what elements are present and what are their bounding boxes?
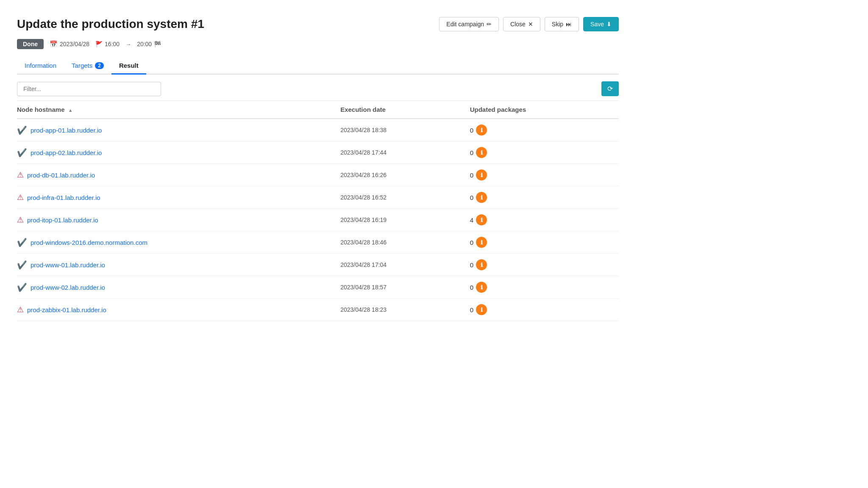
close-icon: ✕ [528,21,533,28]
pkg-count: 0 [470,284,473,291]
table-row: ✔️prod-app-01.lab.rudder.io2023/04/28 18… [17,119,619,141]
tab-targets-label: Targets [72,62,92,69]
table-row: ⚠prod-zabbix-01.lab.rudder.io2023/04/28 … [17,299,619,321]
pkg-badge: ℹ [476,169,487,180]
node-hostname-cell: ✔️prod-app-02.lab.rudder.io [17,141,336,164]
table-row: ⚠prod-itop-01.lab.rudder.io2023/04/28 16… [17,209,619,231]
status-warn-icon: ⚠ [17,215,24,225]
tab-targets[interactable]: Targets 2 [64,58,111,75]
execution-date-cell: 2023/04/28 18:23 [336,299,466,321]
tab-information[interactable]: Information [17,58,64,75]
date-meta: 📅 2023/04/28 [50,40,89,48]
tab-result-label: Result [119,62,139,69]
node-hostname-link[interactable]: prod-app-01.lab.rudder.io [31,127,102,134]
node-hostname-cell: ⚠prod-infra-01.lab.rudder.io [17,186,336,209]
pkg-count: 4 [470,216,473,224]
time-start-meta: 🚩 16:00 [95,41,120,47]
node-hostname-link[interactable]: prod-zabbix-01.lab.rudder.io [27,306,106,313]
table-row: ⚠prod-infra-01.lab.rudder.io2023/04/28 1… [17,186,619,209]
edit-icon: ✏ [487,21,492,28]
node-hostname-cell: ✔️prod-www-01.lab.rudder.io [17,254,336,276]
col-node-hostname-label: Node hostname [17,106,65,113]
node-hostname-cell: ⚠prod-itop-01.lab.rudder.io [17,209,336,231]
node-hostname-link[interactable]: prod-www-02.lab.rudder.io [31,284,105,291]
node-hostname-link[interactable]: prod-www-01.lab.rudder.io [31,261,105,269]
pkg-count: 0 [470,172,473,179]
table-row: ✔️prod-app-02.lab.rudder.io2023/04/28 17… [17,141,619,164]
status-warn-icon: ⚠ [17,170,24,180]
tab-information-label: Information [25,62,56,69]
table-header-row: Node hostname ▲ Execution date Updated p… [17,101,619,119]
sort-asc-icon: ▲ [68,108,73,113]
node-hostname-link[interactable]: prod-itop-01.lab.rudder.io [27,216,98,224]
node-hostname-link[interactable]: prod-windows-2016.demo.normation.com [31,239,147,246]
skip-button[interactable]: Skip ⏭ [545,17,579,31]
col-execution-date: Execution date [336,101,466,119]
skip-forward-icon: ⏭ [566,21,572,28]
status-ok-icon: ✔️ [17,125,27,135]
refresh-button[interactable]: ⟳ [601,81,619,96]
pkg-badge: ℹ [476,192,487,203]
table-row: ✔️prod-windows-2016.demo.normation.com20… [17,231,619,254]
node-hostname-cell: ⚠prod-zabbix-01.lab.rudder.io [17,299,336,321]
node-hostname-link[interactable]: prod-infra-01.lab.rudder.io [27,194,100,201]
tab-bar: Information Targets 2 Result [17,58,619,75]
node-hostname-cell: ✔️prod-windows-2016.demo.normation.com [17,231,336,254]
pkg-count: 0 [470,127,473,134]
save-label: Save [590,21,604,28]
tab-targets-badge: 2 [95,62,104,69]
col-node-hostname: Node hostname ▲ [17,101,336,119]
col-execution-date-label: Execution date [340,106,386,113]
time-end-meta: 20:00 🏁 [137,41,161,47]
page-title: Update the production system #1 [17,17,204,31]
execution-date-cell: 2023/04/28 18:57 [336,276,466,299]
date-value: 2023/04/28 [60,41,89,47]
execution-date-cell: 2023/04/28 18:38 [336,119,466,141]
node-hostname-link[interactable]: prod-db-01.lab.rudder.io [27,172,95,179]
close-label: Close [510,21,526,28]
pkg-badge: ℹ [476,259,487,270]
filter-input[interactable] [17,82,161,96]
arrow-icon: → [125,41,131,47]
results-table: Node hostname ▲ Execution date Updated p… [17,101,619,321]
edit-campaign-button[interactable]: Edit campaign ✏ [439,17,499,31]
pkg-count: 0 [470,194,473,201]
node-hostname-cell: ⚠prod-db-01.lab.rudder.io [17,164,336,186]
pkg-badge: ℹ [476,304,487,315]
pkg-badge: ℹ [476,237,487,248]
execution-date-cell: 2023/04/28 17:44 [336,141,466,164]
pkg-count: 0 [470,306,473,313]
pkg-count: 0 [470,239,473,246]
calendar-icon: 📅 [50,40,58,48]
updated-packages-cell: 0ℹ [466,141,619,164]
execution-date-cell: 2023/04/28 16:19 [336,209,466,231]
status-ok-icon: ✔️ [17,260,27,270]
status-ok-icon: ✔️ [17,283,27,292]
execution-date-cell: 2023/04/28 17:04 [336,254,466,276]
arrow-meta: → [125,41,131,47]
status-ok-icon: ✔️ [17,148,27,158]
pkg-badge: ℹ [476,147,487,158]
updated-packages-cell: 0ℹ [466,299,619,321]
table-row: ✔️prod-www-02.lab.rudder.io2023/04/28 18… [17,276,619,299]
edit-campaign-label: Edit campaign [446,21,484,28]
col-updated-packages-label: Updated packages [470,106,526,113]
updated-packages-cell: 0ℹ [466,119,619,141]
time-start-value: 16:00 [105,41,120,47]
pkg-badge: ℹ [476,282,487,293]
node-hostname-cell: ✔️prod-www-02.lab.rudder.io [17,276,336,299]
status-badge: Done [17,39,44,49]
close-button[interactable]: Close ✕ [503,17,540,31]
node-hostname-cell: ✔️prod-app-01.lab.rudder.io [17,119,336,141]
col-updated-packages: Updated packages [466,101,619,119]
tab-result[interactable]: Result [111,58,146,75]
result-toolbar: ⟳ [17,75,619,101]
updated-packages-cell: 4ℹ [466,209,619,231]
save-button[interactable]: Save ⬇ [583,17,619,31]
table-row: ✔️prod-www-01.lab.rudder.io2023/04/28 17… [17,254,619,276]
table-row: ⚠prod-db-01.lab.rudder.io2023/04/28 16:2… [17,164,619,186]
execution-date-cell: 2023/04/28 16:52 [336,186,466,209]
updated-packages-cell: 0ℹ [466,164,619,186]
status-ok-icon: ✔️ [17,238,27,247]
node-hostname-link[interactable]: prod-app-02.lab.rudder.io [31,149,102,156]
